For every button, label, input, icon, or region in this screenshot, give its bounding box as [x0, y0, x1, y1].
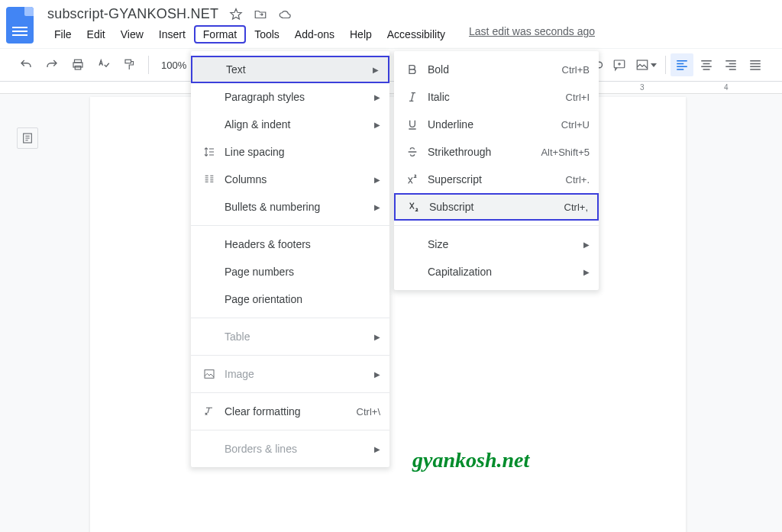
menu-tools[interactable]: Tools	[247, 25, 286, 44]
chevron-right-icon: ▶	[583, 268, 590, 276]
undo-button[interactable]	[15, 54, 37, 76]
text-underline[interactable]: Underline Ctrl+U	[394, 111, 599, 138]
chevron-right-icon: ▶	[583, 240, 590, 249]
menu-divider	[191, 392, 389, 393]
format-line-spacing[interactable]: Line spacing	[191, 138, 389, 166]
svg-rect-7	[205, 370, 214, 379]
format-align-indent[interactable]: Align & indent ▶	[191, 111, 389, 138]
redo-button[interactable]	[41, 54, 63, 76]
toolbar-separator	[665, 56, 666, 74]
ruler-mark: 4	[724, 83, 729, 92]
move-folder-icon[interactable]	[254, 8, 267, 21]
menu-insert[interactable]: Insert	[152, 25, 192, 44]
insert-image-button[interactable]	[632, 54, 661, 76]
toolbar-separator	[148, 56, 149, 74]
menu-accessibility[interactable]: Accessibility	[380, 25, 452, 44]
menu-divider	[191, 355, 389, 356]
menu-edit[interactable]: Edit	[80, 25, 112, 44]
clear-formatting-icon	[203, 405, 225, 418]
add-comment-button[interactable]	[609, 54, 630, 76]
superscript-icon	[406, 173, 428, 185]
chevron-right-icon: ▶	[374, 445, 380, 453]
document-outline-icon[interactable]	[17, 127, 38, 149]
menu-divider	[191, 430, 389, 430]
menu-divider	[191, 225, 389, 226]
menu-format[interactable]: Format	[194, 25, 246, 44]
format-text[interactable]: Text ▶	[191, 56, 389, 83]
svg-rect-3	[125, 60, 131, 63]
menu-help[interactable]: Help	[343, 25, 379, 44]
document-title[interactable]: subscript-GYANKOSH.NET	[47, 6, 218, 22]
star-icon[interactable]	[229, 8, 243, 21]
format-borders-lines: Borders & lines ▶	[191, 435, 389, 463]
watermark-text: gyankosh.net	[412, 448, 529, 472]
menu-addons[interactable]: Add-ons	[288, 25, 341, 44]
text-subscript[interactable]: Subscript Ctrl+,	[394, 193, 599, 221]
columns-icon	[203, 173, 225, 185]
menu-divider	[394, 225, 599, 226]
horizontal-ruler[interactable]: 3 4	[0, 82, 782, 94]
format-page-numbers[interactable]: Page numbers	[191, 258, 389, 285]
last-edit-link[interactable]: Last edit was seconds ago	[469, 25, 595, 44]
svg-rect-5	[637, 60, 648, 69]
align-justify-button[interactable]	[744, 53, 767, 76]
print-button[interactable]	[67, 54, 89, 76]
format-dropdown: Text ▶ Paragraph styles ▶ Align & indent…	[191, 51, 389, 467]
menu-view[interactable]: View	[114, 25, 150, 44]
cloud-status-icon[interactable]	[278, 8, 292, 21]
underline-icon	[406, 118, 428, 131]
format-bullets-numbering[interactable]: Bullets & numbering ▶	[191, 193, 389, 221]
format-headers-footers[interactable]: Headers & footers	[191, 231, 389, 258]
align-left-button[interactable]	[671, 53, 693, 76]
text-size[interactable]: Size ▶	[394, 231, 599, 258]
chevron-right-icon: ▶	[374, 203, 380, 211]
line-spacing-icon	[203, 146, 225, 158]
text-superscript[interactable]: Superscript Ctrl+.	[394, 166, 599, 193]
text-strikethrough[interactable]: Strikethrough Alt+Shift+5	[394, 138, 599, 166]
svg-rect-2	[75, 66, 81, 70]
chevron-right-icon: ▶	[374, 333, 380, 341]
align-right-button[interactable]	[719, 53, 742, 76]
text-submenu: Bold Ctrl+B Italic Ctrl+I Underline Ctrl…	[394, 51, 599, 290]
text-italic[interactable]: Italic Ctrl+I	[394, 83, 599, 111]
ruler-mark: 3	[640, 83, 645, 92]
chevron-right-icon: ▶	[373, 66, 379, 74]
chevron-right-icon: ▶	[374, 121, 380, 129]
image-icon	[203, 368, 225, 380]
format-table: Table ▶	[191, 323, 389, 350]
format-columns[interactable]: Columns ▶	[191, 166, 389, 193]
format-page-orientation[interactable]: Page orientation	[191, 285, 389, 313]
chevron-right-icon: ▶	[374, 176, 380, 184]
format-paragraph-styles[interactable]: Paragraph styles ▶	[191, 83, 389, 111]
chevron-right-icon: ▶	[374, 370, 380, 379]
text-bold[interactable]: Bold Ctrl+B	[394, 56, 599, 83]
paint-format-button[interactable]	[119, 54, 141, 76]
menu-divider	[191, 318, 389, 318]
google-docs-icon[interactable]	[6, 7, 34, 44]
subscript-icon	[408, 201, 429, 213]
menu-file[interactable]: File	[47, 25, 79, 44]
text-capitalization[interactable]: Capitalization ▶	[394, 258, 599, 285]
strikethrough-icon	[406, 146, 428, 158]
italic-icon	[406, 91, 428, 103]
format-image: Image ▶	[191, 360, 389, 388]
bold-icon	[406, 63, 428, 76]
align-center-button[interactable]	[695, 53, 718, 76]
spellcheck-button[interactable]	[93, 54, 115, 76]
format-clear-formatting[interactable]: Clear formatting Ctrl+\	[191, 398, 389, 425]
chevron-right-icon: ▶	[374, 93, 380, 102]
